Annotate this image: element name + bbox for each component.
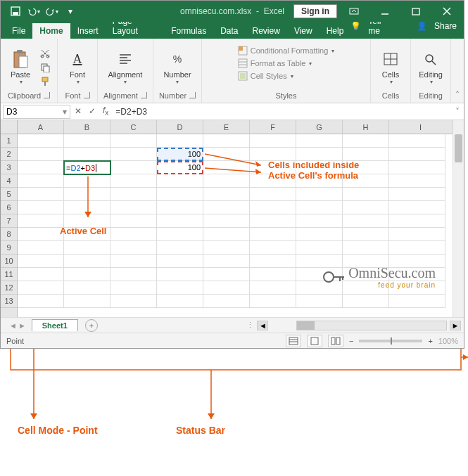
col-header-h[interactable]: H	[343, 120, 389, 134]
col-header-g[interactable]: G	[296, 120, 343, 134]
paste-button[interactable]: Paste ▾	[6, 49, 34, 85]
share-button[interactable]: Share	[434, 21, 457, 31]
copy-icon[interactable]	[39, 61, 51, 74]
worksheet-grid[interactable]: 1 2 3 4 5 6 7 8 9 10 11 12 13 100 100 =D…	[1, 134, 464, 317]
qat-customize-icon[interactable]: ▾	[64, 5, 77, 18]
zoom-out-button[interactable]: −	[349, 337, 353, 345]
vertical-scrollbar[interactable]	[453, 134, 464, 317]
close-icon[interactable]	[433, 1, 461, 21]
tab-formulas[interactable]: Formulas	[164, 23, 213, 39]
col-header-d[interactable]: D	[157, 120, 203, 134]
number-dialog-launcher[interactable]	[189, 91, 196, 100]
font-icon: A	[68, 49, 87, 69]
row-header[interactable]: 7	[1, 214, 17, 228]
col-header-f[interactable]: F	[250, 120, 296, 134]
col-header-i[interactable]: I	[389, 120, 453, 134]
row-header[interactable]: 3	[1, 161, 17, 174]
col-header-b[interactable]: B	[64, 120, 110, 134]
name-box[interactable]: D3 ▾	[3, 105, 70, 119]
cell-d3[interactable]: 100	[157, 161, 203, 174]
row-header[interactable]: 11	[1, 268, 17, 281]
cancel-formula-icon[interactable]: ✕	[75, 106, 82, 116]
horizontal-scrollbar[interactable]	[296, 321, 447, 330]
alignment-dialog-launcher[interactable]	[141, 91, 147, 100]
hscroll-right-icon[interactable]: ►	[450, 321, 461, 330]
col-header-a[interactable]: A	[18, 120, 64, 134]
title-separator: -	[254, 6, 264, 16]
normal-view-icon[interactable]	[286, 335, 301, 347]
row-header[interactable]: 8	[1, 228, 17, 241]
ribbon-group-alignment: Alignment ▾ Alignment	[98, 39, 153, 103]
svg-rect-49	[336, 337, 340, 345]
select-all-corner[interactable]	[1, 120, 18, 134]
tab-data[interactable]: Data	[213, 23, 245, 39]
svg-point-32	[426, 55, 433, 62]
clipboard-dialog-launcher[interactable]	[44, 91, 50, 100]
svg-marker-55	[463, 354, 468, 360]
cells-button[interactable]: Cells ▾	[377, 49, 405, 85]
editing-button[interactable]: Editing ▾	[417, 49, 445, 85]
row-header[interactable]: 1	[1, 134, 17, 148]
horizontal-scroll-thumb[interactable]	[297, 321, 315, 330]
name-box-dropdown-icon[interactable]: ▾	[63, 107, 67, 117]
col-header-c[interactable]: C	[110, 120, 157, 134]
tab-insert[interactable]: Insert	[70, 23, 106, 39]
conditional-formatting-label: Conditional Formatting	[251, 46, 329, 55]
annotation-cell-mode: Cell Mode - Point	[18, 425, 98, 436]
collapse-ribbon-icon[interactable]: ˄	[451, 39, 464, 103]
font-button[interactable]: A Font ▾	[63, 49, 91, 85]
page-layout-view-icon[interactable]	[307, 335, 322, 347]
ribbon-group-cells: Cells ▾ Cells	[371, 39, 411, 103]
vertical-scroll-thumb[interactable]	[455, 134, 462, 162]
row-header[interactable]: 9	[1, 241, 17, 255]
format-as-table-button[interactable]: Format as Table ▾	[238, 58, 335, 68]
tab-review[interactable]: Review	[246, 23, 287, 39]
editing-icon	[421, 49, 441, 69]
alignment-button[interactable]: Alignment ▾	[111, 49, 139, 85]
sign-in-button[interactable]: Sign in	[293, 4, 337, 18]
format-painter-icon[interactable]	[39, 75, 51, 88]
svg-rect-28	[240, 73, 246, 79]
page-break-view-icon[interactable]	[328, 335, 343, 347]
row-header[interactable]: 12	[1, 281, 17, 295]
svg-marker-53	[208, 413, 215, 419]
row-header[interactable]: 13	[1, 295, 17, 308]
undo-icon[interactable]: ▾	[27, 5, 40, 18]
font-dialog-launcher[interactable]	[84, 91, 90, 100]
cell-styles-button[interactable]: Cell Styles ▾	[238, 71, 335, 81]
redo-icon[interactable]: ▾	[46, 5, 58, 18]
col-header-e[interactable]: E	[203, 120, 250, 134]
add-sheet-button[interactable]: +	[85, 319, 98, 332]
tab-view[interactable]: View	[287, 23, 320, 39]
zoom-slider[interactable]	[359, 340, 422, 342]
accept-formula-icon[interactable]: ✓	[89, 106, 96, 116]
cut-icon[interactable]	[39, 47, 51, 60]
active-cell-b3[interactable]: =D2+D3	[63, 160, 111, 175]
tab-home[interactable]: Home	[32, 23, 70, 39]
conditional-formatting-button[interactable]: Conditional Formatting ▾	[238, 46, 335, 56]
svg-rect-4	[412, 8, 419, 15]
maximize-icon[interactable]	[402, 1, 430, 21]
minimize-icon[interactable]	[371, 1, 399, 21]
sheet-nav-next-icon[interactable]: ►	[18, 321, 26, 330]
tab-help[interactable]: Help	[320, 23, 351, 39]
hscroll-left-icon[interactable]: ◄	[257, 321, 268, 330]
save-icon[interactable]	[9, 5, 22, 18]
row-header[interactable]: 5	[1, 188, 17, 201]
ribbon-options-icon[interactable]	[340, 1, 368, 21]
sheet-tab-sheet1[interactable]: Sheet1	[32, 319, 78, 331]
sheet-nav-prev-icon[interactable]: ◄	[9, 321, 17, 330]
formula-input[interactable]	[113, 105, 451, 119]
row-header[interactable]: 10	[1, 255, 17, 268]
row-header[interactable]: 6	[1, 201, 17, 214]
tab-file[interactable]: File	[5, 23, 32, 39]
row-header[interactable]: 4	[1, 174, 17, 188]
number-button[interactable]: % Number ▾	[163, 49, 191, 85]
fx-icon[interactable]: fx	[103, 105, 108, 117]
expand-formula-bar-icon[interactable]: ˅	[451, 107, 464, 117]
cell-d2[interactable]: 100	[157, 148, 203, 161]
zoom-level[interactable]: 100%	[438, 337, 458, 345]
zoom-in-button[interactable]: +	[428, 337, 432, 345]
svg-rect-48	[331, 337, 335, 345]
row-header[interactable]: 2	[1, 148, 17, 161]
